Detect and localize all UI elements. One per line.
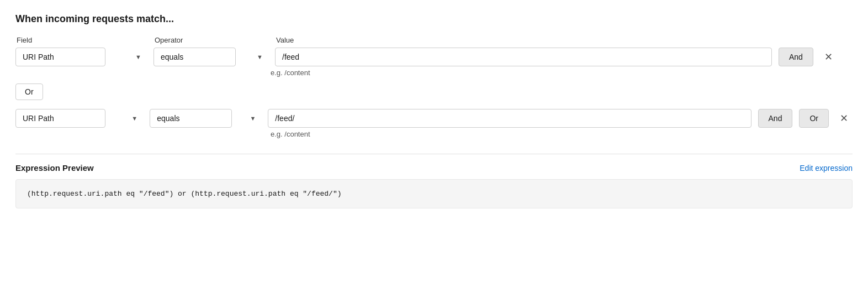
rule-1: URI Path URI Full Hostname IP Source Add… — [15, 48, 853, 77]
remove-button-2[interactable]: ✕ — [835, 111, 853, 126]
operator-select-wrapper-2: equals contains starts with ends with ma… — [150, 109, 261, 128]
operator-column-label: Operator — [155, 36, 269, 44]
operator-select-2[interactable]: equals contains starts with ends with ma… — [150, 109, 232, 128]
or-standalone-button[interactable]: Or — [15, 83, 43, 100]
hint-text-1: e.g. /content — [271, 69, 853, 77]
value-input-1[interactable] — [275, 48, 772, 66]
rule-2: URI Path URI Full Hostname IP Source Add… — [15, 109, 853, 138]
operator-select-chevron-2: ▼ — [250, 115, 256, 122]
column-headers: Field Operator Value — [15, 36, 853, 44]
value-column-label: Value — [276, 36, 294, 44]
or-separator: Or — [15, 83, 853, 100]
and-button-1[interactable]: And — [779, 48, 813, 66]
operator-select-wrapper-1: equals contains starts with ends with ma… — [154, 48, 268, 66]
operator-select-chevron-1: ▼ — [257, 54, 263, 60]
expression-code-text: (http.request.uri.path eq "/feed") or (h… — [27, 190, 342, 198]
hint-text-2: e.g. /content — [271, 130, 853, 138]
expression-header: Expression Preview Edit expression — [15, 163, 853, 173]
field-column-label: Field — [17, 36, 148, 44]
expression-code-box: (http.request.uri.path eq "/feed") or (h… — [15, 179, 853, 208]
field-select-1[interactable]: URI Path URI Full Hostname IP Source Add… — [15, 48, 105, 66]
field-select-2[interactable]: URI Path URI Full Hostname IP Source Add… — [15, 109, 105, 128]
page-title: When incoming requests match... — [15, 13, 853, 25]
rule-1-row: URI Path URI Full Hostname IP Source Add… — [15, 48, 853, 66]
field-select-wrapper-1: URI Path URI Full Hostname IP Source Add… — [15, 48, 147, 66]
edit-expression-link[interactable]: Edit expression — [800, 164, 853, 173]
value-input-2[interactable] — [268, 109, 751, 128]
field-select-wrapper-2: URI Path URI Full Hostname IP Source Add… — [15, 109, 143, 128]
and-button-2[interactable]: And — [758, 109, 793, 128]
remove-button-1[interactable]: ✕ — [820, 50, 837, 64]
expression-preview-title: Expression Preview — [15, 163, 94, 173]
field-select-chevron-1: ▼ — [135, 54, 141, 60]
expression-preview-section: Expression Preview Edit expression (http… — [15, 154, 853, 208]
or-button-2[interactable]: Or — [799, 109, 829, 128]
operator-select-1[interactable]: equals contains starts with ends with ma… — [154, 48, 236, 66]
field-select-chevron-2: ▼ — [131, 115, 137, 122]
rule-2-row: URI Path URI Full Hostname IP Source Add… — [15, 109, 853, 128]
